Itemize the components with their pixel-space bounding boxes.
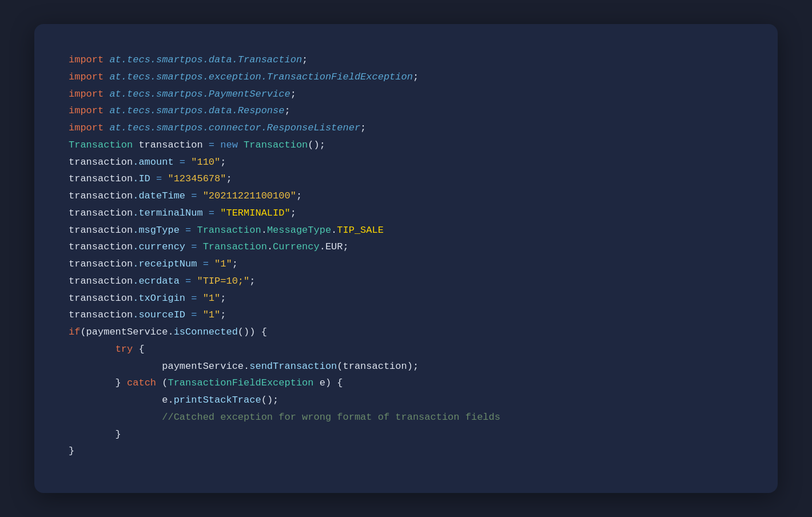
- code-line: import at.tecs.smartpos.connector.Respon…: [69, 120, 743, 137]
- code-line: import at.tecs.smartpos.data.Transaction…: [69, 51, 743, 69]
- code-line: try {: [69, 341, 743, 358]
- code-line: e.printStackTrace();: [69, 392, 743, 409]
- code-line: Transaction transaction = new Transactio…: [69, 137, 743, 154]
- code-line: transaction.receiptNum = "1";: [69, 256, 743, 273]
- code-block: import at.tecs.smartpos.data.Transaction…: [69, 51, 743, 460]
- code-line: }: [69, 443, 743, 460]
- code-line: //Catched exception for wrong format of …: [69, 409, 743, 426]
- code-line: transaction.msgType = Transaction.Messag…: [69, 222, 743, 239]
- code-line: import at.tecs.smartpos.data.Response;: [69, 102, 743, 120]
- code-line: transaction.terminalNum = "TERMINALID";: [69, 205, 743, 222]
- code-line: transaction.ecrdata = "TIP=10;";: [69, 273, 743, 290]
- code-line: import at.tecs.smartpos.PaymentService;: [69, 86, 743, 103]
- code-line: transaction.sourceID = "1";: [69, 307, 743, 324]
- code-line: }: [69, 426, 743, 443]
- code-line: transaction.currency = Transaction.Curre…: [69, 238, 743, 256]
- code-line: import at.tecs.smartpos.exception.Transa…: [69, 69, 743, 86]
- code-line: transaction.ID = "12345678";: [69, 170, 743, 188]
- code-line: transaction.amount = "110";: [69, 154, 743, 171]
- code-line: if(paymentService.isConnected()) {: [69, 324, 743, 341]
- code-line: transaction.dateTime = "20211221100100";: [69, 188, 743, 205]
- code-container: import at.tecs.smartpos.data.Transaction…: [34, 24, 778, 493]
- code-line: transaction.txOrigin = "1";: [69, 290, 743, 307]
- code-line: paymentService.sendTransaction(transacti…: [69, 358, 743, 375]
- code-line: } catch (TransactionFieldException e) {: [69, 375, 743, 392]
